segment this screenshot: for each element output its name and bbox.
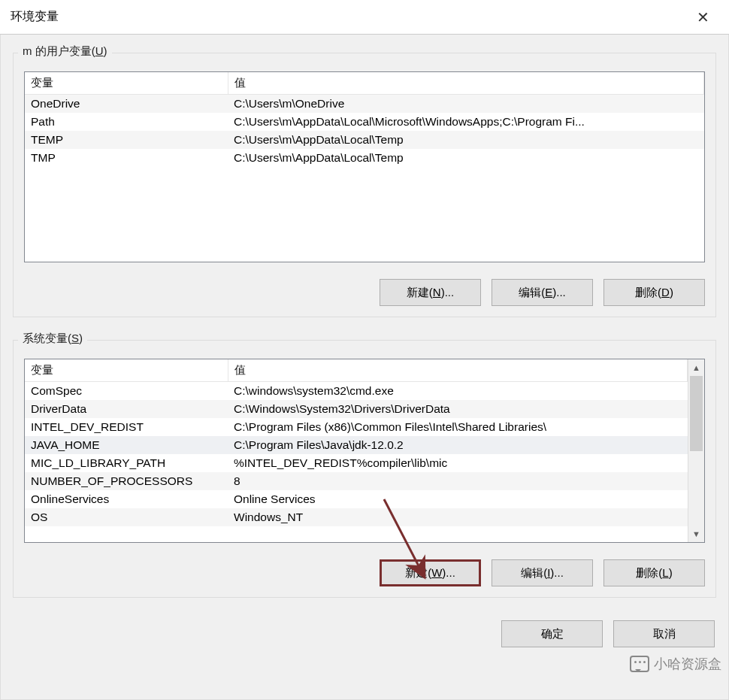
dialog-content: m 的用户变量(U) 变量 值 OneDriveC:\Users\m\OneDr… <box>0 35 729 700</box>
var-value-cell: C:\Users\m\AppData\Local\Temp <box>228 131 704 149</box>
system-variables-group: 系统变量(S) 变量 值 ComSpecC:\windows\system32\… <box>13 340 716 598</box>
scroll-track[interactable] <box>688 376 704 526</box>
var-name-cell: NUMBER_OF_PROCESSORS <box>25 472 228 490</box>
var-value-cell: C:\Program Files (x86)\Common Files\Inte… <box>228 418 688 436</box>
table-row[interactable]: TMPC:\Users\m\AppData\Local\Temp <box>25 149 704 167</box>
table-row[interactable]: JAVA_HOMEC:\Program Files\Java\jdk-12.0.… <box>25 436 688 454</box>
var-name-cell: JAVA_HOME <box>25 436 228 454</box>
close-icon[interactable]: ✕ <box>688 7 718 28</box>
user-delete-button[interactable]: 删除(D) <box>603 279 705 306</box>
table-row[interactable]: MIC_LD_LIBRARY_PATH%INTEL_DEV_REDIST%com… <box>25 454 688 472</box>
dialog-buttons: 确定 取消 <box>13 620 716 647</box>
user-vars-table-wrap[interactable]: 变量 值 OneDriveC:\Users\m\OneDrivePathC:\U… <box>24 71 705 262</box>
sys-vars-label-text: 系统变量(S) <box>23 332 83 344</box>
user-vars-label: m 的用户变量(U) <box>18 44 112 59</box>
sys-edit-button[interactable]: 编辑(I)... <box>492 559 593 586</box>
cancel-button[interactable]: 取消 <box>613 620 715 647</box>
var-name-cell: INTEL_DEV_REDIST <box>25 418 228 436</box>
var-value-cell: C:\Users\m\AppData\Local\Temp <box>228 149 704 167</box>
var-name-cell: TEMP <box>25 131 228 149</box>
var-name-cell: OnlineServices <box>25 490 228 508</box>
user-vars-label-text: m 的用户变量(U) <box>23 44 107 57</box>
table-row[interactable]: TEMPC:\Users\m\AppData\Local\Temp <box>25 131 704 149</box>
var-value-cell: %INTEL_DEV_REDIST%compiler\lib\mic <box>228 454 688 472</box>
var-value-cell: C:\Program Files\Java\jdk-12.0.2 <box>228 436 688 454</box>
table-row[interactable]: DriverDataC:\Windows\System32\Drivers\Dr… <box>25 400 688 418</box>
ok-button[interactable]: 确定 <box>501 620 603 647</box>
var-value-cell: Windows_NT <box>228 508 688 526</box>
user-header-var[interactable]: 变量 <box>25 72 228 95</box>
table-row[interactable]: INTEL_DEV_REDISTC:\Program Files (x86)\C… <box>25 418 688 436</box>
var-value-cell: C:\Windows\System32\Drivers\DriverData <box>228 400 688 418</box>
var-name-cell: OneDrive <box>25 95 228 114</box>
sys-vars-table-wrap[interactable]: 变量 值 ComSpecC:\windows\system32\cmd.exeD… <box>24 359 705 543</box>
table-row[interactable]: ComSpecC:\windows\system32\cmd.exe <box>25 382 688 401</box>
watermark: 小哈资源盒 <box>630 655 721 673</box>
sys-vars-label: 系统变量(S) <box>18 332 87 346</box>
window-titlebar: 环境变量 ✕ <box>0 0 729 35</box>
user-edit-button[interactable]: 编辑(E)... <box>492 279 593 306</box>
var-name-cell: ComSpec <box>25 382 228 401</box>
scroll-thumb[interactable] <box>690 376 703 451</box>
wechat-icon <box>630 656 649 672</box>
table-row[interactable]: OSWindows_NT <box>25 508 688 526</box>
scroll-up-icon[interactable]: ▲ <box>688 359 704 376</box>
user-variables-group: m 的用户变量(U) 变量 值 OneDriveC:\Users\m\OneDr… <box>13 53 716 317</box>
sys-vars-table: 变量 值 ComSpecC:\windows\system32\cmd.exeD… <box>25 359 688 526</box>
sys-scrollbar[interactable]: ▲ ▼ <box>688 359 704 542</box>
user-header-val[interactable]: 值 <box>228 72 704 95</box>
table-row[interactable]: OnlineServicesOnline Services <box>25 490 688 508</box>
var-value-cell: C:\Users\m\OneDrive <box>228 95 704 114</box>
watermark-text: 小哈资源盒 <box>654 655 721 673</box>
var-name-cell: Path <box>25 113 228 131</box>
table-row[interactable]: PathC:\Users\m\AppData\Local\Microsoft\W… <box>25 113 704 131</box>
var-name-cell: TMP <box>25 149 228 167</box>
var-name-cell: DriverData <box>25 400 228 418</box>
user-vars-buttons: 新建(N)... 编辑(E)... 删除(D) <box>24 279 705 306</box>
var-name-cell: MIC_LD_LIBRARY_PATH <box>25 454 228 472</box>
sys-vars-buttons: 新建(W)... 编辑(I)... 删除(L) <box>24 559 705 586</box>
sys-header-val[interactable]: 值 <box>228 359 688 382</box>
var-name-cell: OS <box>25 508 228 526</box>
user-new-button[interactable]: 新建(N)... <box>380 279 481 306</box>
sys-header-var[interactable]: 变量 <box>25 359 228 382</box>
user-vars-table: 变量 值 OneDriveC:\Users\m\OneDrivePathC:\U… <box>25 72 704 167</box>
table-row[interactable]: NUMBER_OF_PROCESSORS8 <box>25 472 688 490</box>
table-row[interactable]: OneDriveC:\Users\m\OneDrive <box>25 95 704 114</box>
var-value-cell: 8 <box>228 472 688 490</box>
var-value-cell: Online Services <box>228 490 688 508</box>
scroll-down-icon[interactable]: ▼ <box>688 526 704 542</box>
window-title: 环境变量 <box>11 9 59 25</box>
sys-delete-button[interactable]: 删除(L) <box>603 559 705 586</box>
var-value-cell: C:\windows\system32\cmd.exe <box>228 382 688 401</box>
sys-new-button[interactable]: 新建(W)... <box>380 559 481 586</box>
var-value-cell: C:\Users\m\AppData\Local\Microsoft\Windo… <box>228 113 704 131</box>
